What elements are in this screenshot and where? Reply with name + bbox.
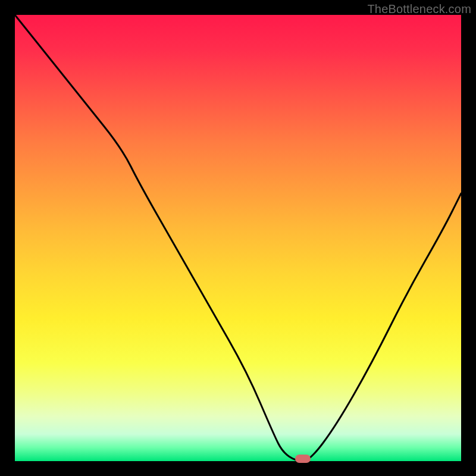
curve-svg <box>15 15 461 461</box>
optimal-marker <box>295 455 311 463</box>
watermark-text: TheBottleneck.com <box>367 2 471 16</box>
bottleneck-curve <box>15 15 461 461</box>
chart-container: TheBottleneck.com <box>0 0 476 476</box>
plot-area <box>15 15 461 461</box>
